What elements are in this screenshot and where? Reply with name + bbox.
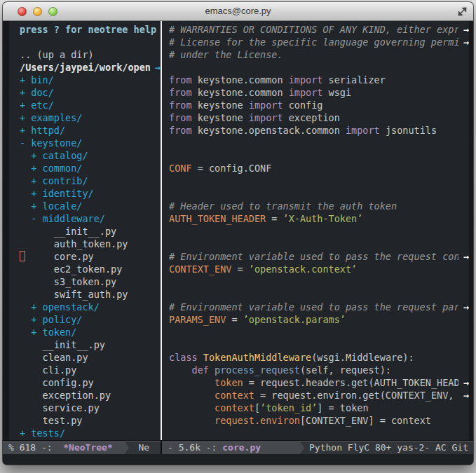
tree-item-directory[interactable]: + tests/: [20, 427, 161, 439]
tree-item-file[interactable]: auth_token.py: [20, 238, 161, 250]
modeline-neotree-main: % 618 -: *NeoTree*: [3, 441, 124, 454]
code-token-kw: from: [169, 87, 198, 98]
code-line[interactable]: context[’token_id’] = token: [169, 402, 469, 414]
code-line[interactable]: [169, 275, 469, 288]
echo-area[interactable]: [3, 454, 473, 465]
window-titlebar[interactable]: emacs@core.py: [3, 2, 473, 21]
tree-item-file[interactable]: ec2_token.py: [20, 263, 161, 275]
code-token-plain: keystone.common: [198, 87, 289, 98]
code-token-str: ’X-Auth-Token’: [283, 213, 363, 224]
tree-item-directory[interactable]: + identity/: [20, 187, 161, 200]
code-line[interactable]: [169, 225, 469, 238]
code-line[interactable]: from keystone import exception: [169, 111, 469, 124]
code-line[interactable]: AUTH_TOKEN_HEADER = ’X-Auth-Token’: [169, 212, 469, 225]
tree-item-directory[interactable]: + catalog/: [20, 149, 161, 162]
code-line[interactable]: from keystone.openstack.common import js…: [169, 124, 469, 137]
tree-item-directory[interactable]: + token/: [20, 326, 161, 338]
close-button[interactable]: [18, 7, 27, 16]
neotree-sidebar[interactable]: press ? for neotree help.. (up a dir)/Us…: [3, 21, 161, 440]
tree-item-directory[interactable]: + bin/: [20, 74, 161, 86]
code-line[interactable]: request.environ[CONTEXT_ENV] = context: [169, 414, 469, 427]
code-token-var: context: [215, 402, 254, 413]
code-line[interactable]: token = request.headers.get(AUTH_TOKEN_H…: [169, 376, 469, 389]
line-truncation-icon: →: [458, 376, 469, 389]
code-line[interactable]: from keystone.common import serializer: [169, 74, 469, 86]
code-token-kw: import: [289, 74, 329, 85]
code-line[interactable]: [169, 326, 469, 338]
tree-item-file[interactable]: service.py: [20, 402, 161, 414]
tree-item-file[interactable]: config.py: [20, 376, 161, 389]
code-line[interactable]: CONTEXT_ENV = ’openstack.context’: [169, 263, 469, 275]
code-token-plain: keystone.common: [198, 74, 289, 85]
tree-item-directory[interactable]: + locale/: [20, 200, 161, 212]
code-line[interactable]: # WARRANTIES OR CONDITIONS OF ANY KIND, …: [169, 23, 469, 36]
tree-item-file[interactable]: s3_token.py: [20, 275, 161, 288]
tree-item-directory[interactable]: + doc/: [20, 86, 161, 99]
tree-item-directory[interactable]: + policy/: [20, 313, 161, 326]
tree-item-directory[interactable]: + etc/: [20, 99, 161, 111]
minimize-button[interactable]: [33, 7, 42, 16]
code-line[interactable]: # Environment variable used to pass the …: [169, 301, 469, 313]
code-token-plain: = config.CONF: [192, 163, 272, 174]
tree-item-file[interactable]: exception.py: [20, 389, 161, 402]
tree-item-directory[interactable]: + openstack/: [20, 301, 161, 313]
code-token-com: # WARRANTIES OR CONDITIONS OF ANY KIND, …: [169, 24, 465, 35]
tree-item-file[interactable]: swift_auth.py: [20, 288, 161, 301]
code-line[interactable]: # Environment variable used to pass the …: [169, 250, 469, 263]
tree-item-directory[interactable]: + examples/: [20, 111, 161, 124]
code-token-com: # under the License.: [169, 49, 283, 60]
code-line[interactable]: class TokenAuthMiddleware(wsgi.Middlewar…: [169, 351, 469, 364]
code-line[interactable]: [169, 174, 469, 187]
code-token-plain: ] = token: [317, 402, 368, 413]
code-line[interactable]: def process_request(self, request):: [169, 364, 469, 376]
code-body[interactable]: # WARRANTIES OR CONDITIONS OF ANY KIND, …: [162, 21, 469, 440]
code-token-plain: =: [226, 314, 243, 325]
tree-line[interactable]: .. (up a dir): [20, 48, 161, 61]
code-line[interactable]: [169, 149, 469, 162]
code-line[interactable]: [169, 238, 469, 250]
line-truncation-icon: →: [458, 301, 469, 313]
code-line[interactable]: [169, 137, 469, 149]
code-line[interactable]: from keystone import config: [169, 99, 469, 111]
tree-item-directory[interactable]: - middleware/: [20, 212, 161, 225]
code-line[interactable]: [169, 288, 469, 301]
code-token-plain: =: [231, 263, 248, 275]
tree-item-file[interactable]: __init__.py: [20, 338, 161, 351]
modeline-mode-truncated: Ne: [138, 441, 149, 454]
tree-item-file[interactable]: __init__.py: [20, 225, 161, 238]
code-token-kw: class: [169, 352, 203, 363]
code-token-plain: [169, 390, 215, 401]
code-line[interactable]: from keystone.common import wsgi: [169, 86, 469, 99]
neotree-body[interactable]: press ? for neotree help.. (up a dir)/Us…: [9, 21, 161, 440]
code-token-kw: import: [249, 100, 289, 111]
code-line[interactable]: # License for the specific language gove…: [169, 36, 469, 48]
tree-item-file[interactable]: test.py: [20, 414, 161, 427]
resize-icon[interactable]: [457, 6, 468, 17]
code-line[interactable]: context = request.environ.get(CONTEXT_EN…: [169, 389, 469, 402]
code-token-kw: from: [169, 74, 198, 85]
code-line[interactable]: [169, 61, 469, 74]
code-token-plain: wsgi: [329, 87, 352, 98]
tree-item-file[interactable]: clean.py: [20, 351, 161, 364]
code-line[interactable]: [169, 338, 469, 351]
tree-item-directory[interactable]: + common/: [20, 162, 161, 174]
tree-root-path[interactable]: /Users/jaypei/work/opens→: [20, 61, 161, 74]
code-line[interactable]: PARAMS_ENV = ’openstack.params’: [169, 313, 469, 326]
code-token-var: CONF: [169, 163, 192, 174]
tree-item-file[interactable]: cli.py: [20, 364, 161, 376]
hollow-cursor: [20, 251, 25, 261]
tree-item-directory[interactable]: - keystone/: [20, 137, 161, 149]
tree-item-directory[interactable]: + contrib/: [20, 174, 161, 187]
line-truncation-icon: →: [458, 36, 469, 48]
code-line[interactable]: [169, 187, 469, 200]
tree-item-directory[interactable]: + httpd/: [20, 124, 161, 137]
code-token-plain: [169, 415, 215, 426]
code-token-var: request.environ: [215, 415, 300, 426]
code-line[interactable]: # under the License.: [169, 48, 469, 61]
zoom-button[interactable]: [48, 7, 57, 16]
code-line[interactable]: CONF = config.CONF: [169, 162, 469, 174]
window-title: emacs@core.py: [3, 2, 473, 20]
tree-item-file[interactable]: core.py: [20, 250, 161, 263]
code-line[interactable]: # Header used to transmit the auth token: [169, 200, 469, 212]
code-window[interactable]: # WARRANTIES OR CONDITIONS OF ANY KIND, …: [162, 21, 473, 440]
